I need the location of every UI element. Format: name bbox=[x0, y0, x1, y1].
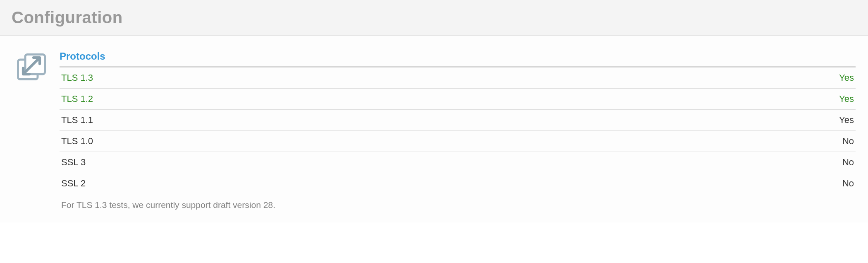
table-row: TLS 1.2 Yes bbox=[60, 89, 856, 110]
expand-icon[interactable] bbox=[15, 51, 48, 84]
protocol-name: SSL 2 bbox=[61, 178, 86, 189]
protocol-name: TLS 1.3 bbox=[61, 72, 93, 83]
table-row: TLS 1.0 No bbox=[60, 131, 856, 152]
table-row: SSL 2 No bbox=[60, 173, 856, 194]
protocol-name: TLS 1.2 bbox=[61, 94, 93, 104]
protocols-table: Protocols TLS 1.3 Yes TLS 1.2 Yes TLS 1.… bbox=[60, 51, 856, 214]
section-footnote: For TLS 1.3 tests, we currently support … bbox=[60, 194, 856, 214]
protocol-value: Yes bbox=[839, 94, 854, 104]
table-row: SSL 3 No bbox=[60, 152, 856, 173]
protocol-name: TLS 1.1 bbox=[61, 115, 93, 125]
table-row: TLS 1.3 Yes bbox=[60, 68, 856, 89]
header-bar: Configuration bbox=[0, 0, 868, 36]
protocol-name: TLS 1.0 bbox=[61, 136, 93, 147]
section-title: Protocols bbox=[60, 51, 856, 68]
protocol-value: Yes bbox=[839, 72, 854, 83]
table-row: TLS 1.1 Yes bbox=[60, 110, 856, 131]
content: Protocols TLS 1.3 Yes TLS 1.2 Yes TLS 1.… bbox=[0, 36, 868, 222]
protocol-name: SSL 3 bbox=[61, 157, 86, 168]
protocol-value: No bbox=[842, 157, 854, 168]
protocol-value: No bbox=[842, 136, 854, 147]
protocol-value: No bbox=[842, 178, 854, 189]
page-title: Configuration bbox=[12, 8, 856, 27]
protocol-value: Yes bbox=[839, 115, 854, 125]
